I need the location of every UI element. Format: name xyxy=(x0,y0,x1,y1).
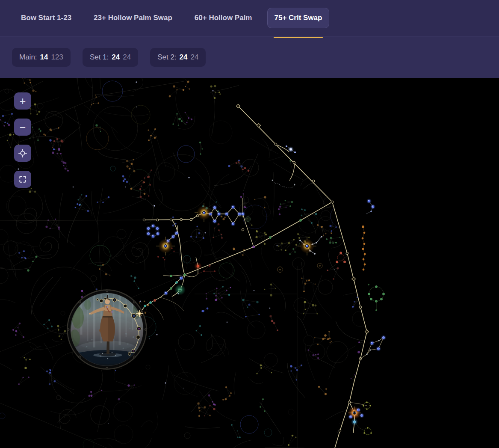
class-start-portrait xyxy=(67,290,147,369)
points-chip-set1[interactable]: Set 1: 24 24 xyxy=(83,48,138,67)
tab-bow-start-1-23[interactable]: Bow Start 1-23 xyxy=(14,8,79,28)
skill-tree-canvas[interactable] xyxy=(0,78,499,448)
tab-75-crit-swap[interactable]: 75+ Crit Swap xyxy=(267,8,330,28)
chip-total: 123 xyxy=(51,53,63,62)
chip-total: 24 xyxy=(190,53,198,62)
skill-tree-viewport[interactable]: + − xyxy=(0,78,499,448)
map-controls: + − xyxy=(14,92,31,188)
zoom-in-button[interactable]: + xyxy=(14,92,31,110)
chip-allocated: 14 xyxy=(40,53,48,62)
center-view-button[interactable] xyxy=(14,145,31,162)
chip-label: Main: xyxy=(19,53,37,62)
chip-allocated: 24 xyxy=(180,53,188,62)
tab-bar: Bow Start 1-23 23+ Hollow Palm Swap 60+ … xyxy=(0,0,499,36)
build-step-tabs: Bow Start 1-23 23+ Hollow Palm Swap 60+ … xyxy=(14,8,329,28)
locate-icon xyxy=(18,148,27,158)
tab-60-hollow-palm[interactable]: 60+ Hollow Palm xyxy=(187,8,260,28)
fullscreen-icon xyxy=(18,175,27,184)
tab-23-hollow-palm-swap[interactable]: 23+ Hollow Palm Swap xyxy=(86,8,180,28)
fullscreen-button[interactable] xyxy=(14,171,31,188)
chip-label: Set 2: xyxy=(157,53,176,62)
points-chip-set2[interactable]: Set 2: 24 24 xyxy=(150,48,206,67)
chip-label: Set 1: xyxy=(90,53,109,62)
chip-allocated: 24 xyxy=(112,53,120,62)
points-chip-main[interactable]: Main: 14 123 xyxy=(12,48,71,67)
points-summary-bar: Main: 14 123 Set 1: 24 24 Set 2: 24 24 xyxy=(0,36,499,78)
chip-total: 24 xyxy=(123,53,131,62)
zoom-out-button[interactable]: − xyxy=(14,119,31,136)
